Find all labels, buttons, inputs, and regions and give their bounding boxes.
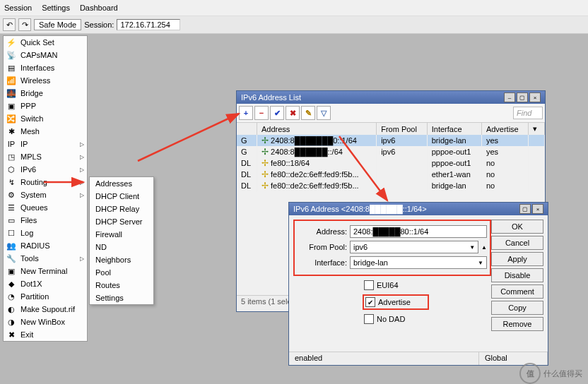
sidebar-icon: ▭ xyxy=(6,215,16,225)
chevron-right-icon: ▷ xyxy=(80,179,84,186)
chevron-right-icon: ▷ xyxy=(80,192,84,198)
sidebar-icon: ⬡ xyxy=(6,164,16,174)
close-icon[interactable]: × xyxy=(532,204,543,214)
svg-line-2 xyxy=(138,114,239,161)
window-title: IPv6 Address List xyxy=(241,93,301,102)
table-row[interactable]: DL✢ fe80::de2c:6eff:fed9:f5b...bridge-la… xyxy=(237,180,545,191)
disable-icon[interactable]: ✖ xyxy=(286,106,300,120)
from-pool-select[interactable]: ipv6▼ xyxy=(350,241,478,253)
submenu-settings[interactable]: Settings xyxy=(90,292,153,304)
sidebar-item-radius[interactable]: 👥RADIUS xyxy=(4,239,87,252)
sidebar-item-make-supout-rif[interactable]: ◐Make Supout.rif xyxy=(4,303,87,316)
label-address: Address: xyxy=(298,227,350,236)
sidebar-item-switch[interactable]: 🔀Switch xyxy=(4,112,87,125)
sidebar-item-capsman[interactable]: 📡CAPsMAN xyxy=(4,49,87,61)
interface-select[interactable]: bridge-lan▼ xyxy=(350,256,487,269)
comment-icon[interactable]: ✎ xyxy=(301,106,315,120)
menu-settings[interactable]: Settings xyxy=(42,4,70,12)
cancel-button[interactable]: Cancel xyxy=(491,236,543,250)
find-input[interactable]: Find xyxy=(513,107,543,119)
remove-icon[interactable]: − xyxy=(254,106,269,120)
remove-button[interactable]: Remove xyxy=(491,317,543,331)
submenu-dhcp-server[interactable]: DHCP Server xyxy=(90,215,153,228)
chevron-right-icon: ▷ xyxy=(80,256,84,262)
sidebar-item-partition[interactable]: ◔Partition xyxy=(4,290,87,303)
table-row[interactable]: DL✢ fe80::18/64pppoe-out1no xyxy=(237,157,545,169)
list-toolbar: + − ✔ ✖ ✎ ▽ Find xyxy=(237,104,545,123)
eui64-checkbox[interactable]: EUI64 xyxy=(364,280,491,290)
submenu-firewall[interactable]: Firewall xyxy=(90,228,153,241)
sidebar-item-mesh[interactable]: ✱Mesh xyxy=(4,125,87,138)
sidebar-icon: ▣ xyxy=(6,101,16,111)
sidebar-item-mpls[interactable]: ◳MPLS▷ xyxy=(4,150,87,163)
sidebar-item-ip[interactable]: IPIP▷ xyxy=(4,138,87,150)
add-icon[interactable]: + xyxy=(239,106,253,120)
sidebar-icon: ☐ xyxy=(6,228,16,238)
sidebar-icon: ✱ xyxy=(6,126,16,136)
sidebar-item-new-terminal[interactable]: ▣New Terminal xyxy=(4,265,87,277)
submenu-addresses[interactable]: Addresses xyxy=(90,177,153,190)
minimize-icon[interactable]: – xyxy=(504,92,515,102)
copy-button[interactable]: Copy xyxy=(491,301,543,315)
close-icon[interactable]: × xyxy=(529,92,541,102)
window-titlebar[interactable]: IPv6 Address List – ▢ × xyxy=(237,91,545,104)
sidebar-item-bridge[interactable]: 🌉Bridge xyxy=(4,87,87,100)
watermark: 值 什么值得买 xyxy=(519,363,582,384)
redo-icon[interactable]: ↷ xyxy=(18,18,31,31)
chevron-right-icon: ▷ xyxy=(80,141,84,148)
menu-dashboard[interactable]: Dashboard xyxy=(80,4,118,12)
ok-button[interactable]: OK xyxy=(491,220,543,234)
advertise-checkbox[interactable]: ✔Advertise xyxy=(363,294,429,310)
sidebar-icon: ▣ xyxy=(6,266,16,276)
submenu-nd[interactable]: ND xyxy=(90,241,153,253)
maximize-icon[interactable]: ▢ xyxy=(517,92,528,102)
ipv6-address-dialog: IPv6 Address <2408:8██████::1/64> ▢ × Ad… xyxy=(288,202,548,366)
sidebar-item-dot1x[interactable]: ◆Dot1X xyxy=(4,277,87,290)
submenu-neighbors[interactable]: Neighbors xyxy=(90,253,153,266)
sidebar-item-wireless[interactable]: 📶Wireless xyxy=(4,74,87,87)
chevron-right-icon: ▷ xyxy=(80,154,84,160)
menubar[interactable]: Session Settings Dashboard xyxy=(0,0,588,16)
menu-session[interactable]: Session xyxy=(4,4,32,12)
sidebar-item-quick-set[interactable]: ⚡Quick Set xyxy=(4,36,87,49)
chevron-right-icon: ▷ xyxy=(80,167,84,173)
sidebar-icon: ◳ xyxy=(6,152,16,162)
undo-icon[interactable]: ↶ xyxy=(3,18,16,31)
apply-button[interactable]: Apply xyxy=(491,252,543,266)
submenu-routes[interactable]: Routes xyxy=(90,279,153,292)
comment-button[interactable]: Comment xyxy=(491,284,543,299)
sidebar-item-tools[interactable]: 🔧Tools▷ xyxy=(4,252,87,265)
maximize-icon[interactable]: ▢ xyxy=(519,204,531,214)
sidebar-item-routing[interactable]: ↯Routing▷ xyxy=(4,176,87,188)
safe-mode-button[interactable]: Safe Mode xyxy=(34,19,81,30)
table-row[interactable]: G✢ 2408:8███████0::1/64ipv6bridge-lanyes xyxy=(237,135,545,146)
filter-icon[interactable]: ▽ xyxy=(317,106,331,120)
submenu-dhcp-relay[interactable]: DHCP Relay xyxy=(90,203,153,215)
sidebar-icon: IP xyxy=(6,139,16,149)
label-from-pool: From Pool: xyxy=(298,243,350,251)
submenu-pool[interactable]: Pool xyxy=(90,266,153,279)
sidebar-item-queues[interactable]: ☰Queues xyxy=(4,201,87,214)
sidebar-item-log[interactable]: ☐Log xyxy=(4,227,87,239)
address-input[interactable]: 2408:█████80::1/64 xyxy=(350,225,487,238)
address-table[interactable]: Address From Pool Interface Advertise ▾ … xyxy=(237,123,545,191)
sidebar-item-ipv6[interactable]: ⬡IPv6▷ xyxy=(4,163,87,176)
window-titlebar[interactable]: IPv6 Address <2408:8██████::1/64> ▢ × xyxy=(289,203,548,215)
sidebar-item-files[interactable]: ▭Files xyxy=(4,214,87,227)
workspace: ⚡Quick Set📡CAPsMAN▤Interfaces📶Wireless🌉B… xyxy=(0,34,588,384)
table-row[interactable]: DL✢ fe80::de2c:6eff:fed9:f5b...ether1-wa… xyxy=(237,169,545,180)
disable-button[interactable]: Disable xyxy=(491,268,543,282)
sidebar-item-new-winbox[interactable]: ◑New WinBox xyxy=(4,316,87,328)
submenu-dhcp-client[interactable]: DHCP Client xyxy=(90,190,153,203)
sidebar-icon: ⚡ xyxy=(6,37,16,47)
enable-icon[interactable]: ✔ xyxy=(270,106,284,120)
sidebar-item-exit[interactable]: ✖Exit xyxy=(4,328,87,341)
sidebar-icon: ↯ xyxy=(6,177,16,187)
sidebar-icon: ◔ xyxy=(6,292,16,301)
sidebar-item-interfaces[interactable]: ▤Interfaces xyxy=(4,61,87,74)
no-dad-checkbox[interactable]: No DAD xyxy=(364,314,491,324)
table-row[interactable]: G✢ 2408:8██████::/64ipv6pppoe-out1yes xyxy=(237,146,545,157)
sidebar-item-ppp[interactable]: ▣PPP xyxy=(4,100,87,112)
sidebar-icon: ◆ xyxy=(6,279,16,289)
sidebar-item-system[interactable]: ⚙System▷ xyxy=(4,188,87,201)
